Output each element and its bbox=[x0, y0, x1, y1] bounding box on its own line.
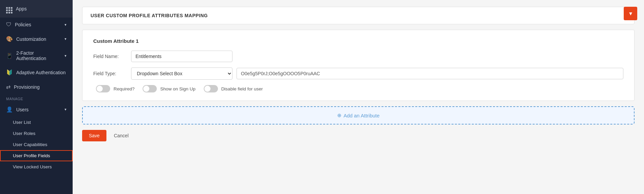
sidebar-sub-item-user-profile-fields[interactable]: User Profile Fields bbox=[0, 150, 73, 161]
sidebar-item-policies-label: Policies bbox=[15, 22, 31, 27]
field-type-select[interactable]: Dropdown Select Box Text Number Date Che… bbox=[131, 67, 232, 80]
field-type-row: Field Type: Dropdown Select Box Text Num… bbox=[93, 67, 623, 80]
chevron-down-icon: ▾ bbox=[629, 10, 632, 17]
field-name-row: Field Name: bbox=[93, 51, 623, 62]
sidebar-item-adaptive-auth[interactable]: 🔰 Adaptive Authentication bbox=[0, 65, 73, 80]
sidebar-sub-item-user-roles[interactable]: User Roles bbox=[0, 128, 73, 139]
card-title: Custom Attribute 1 bbox=[93, 38, 623, 44]
toggles-row: Required? Show on Sign Up Disable field … bbox=[93, 85, 623, 92]
phone-icon: 📱 bbox=[6, 53, 13, 59]
required-toggle-group: Required? bbox=[96, 85, 134, 92]
shield-check-icon: 🔰 bbox=[6, 69, 13, 76]
arrows-icon: ⇄ bbox=[6, 84, 10, 90]
required-toggle[interactable] bbox=[96, 85, 110, 92]
chevron-down-icon: ▾ bbox=[65, 37, 67, 41]
add-attribute-label: Add an Attribute bbox=[344, 113, 380, 118]
add-attribute-button[interactable]: ⊕ Add an Attribute bbox=[82, 106, 635, 124]
chevron-down-icon: ▾ bbox=[65, 54, 67, 58]
show-signup-label: Show on Sign Up bbox=[160, 86, 195, 91]
user-icon: 👤 bbox=[6, 106, 13, 113]
sidebar-item-provisioning[interactable]: ⇄ Provisioning bbox=[0, 80, 73, 94]
sidebar-sub-item-view-locked-users-label: View Locked Users bbox=[13, 164, 52, 169]
field-type-label: Field Type: bbox=[93, 71, 127, 76]
required-label: Required? bbox=[114, 86, 134, 91]
sidebar-item-customization[interactable]: 🎨 Customization ▾ bbox=[0, 32, 73, 46]
show-signup-toggle-group: Show on Sign Up bbox=[143, 85, 195, 92]
sidebar-sub-item-user-capabilities-label: User Capabilities bbox=[13, 142, 47, 147]
sidebar-item-2fa[interactable]: 📱 2-Factor Authentication ▾ bbox=[0, 46, 73, 65]
floating-dropdown-button[interactable]: ▾ bbox=[624, 7, 637, 20]
sidebar-sub-item-user-list-label: User List bbox=[13, 120, 31, 125]
add-attribute-plus-icon: ⊕ bbox=[337, 112, 342, 118]
brush-icon: 🎨 bbox=[6, 36, 13, 42]
action-row: Save Cancel bbox=[82, 130, 635, 141]
sidebar-item-users[interactable]: 👤 Users ▾ bbox=[0, 102, 73, 117]
manage-section-label: Manage bbox=[0, 94, 73, 102]
disable-field-toggle-group: Disable field for user bbox=[204, 85, 263, 92]
sidebar-sub-item-view-locked-users[interactable]: View Locked Users bbox=[0, 161, 73, 172]
sidebar-sub-item-user-list[interactable]: User List bbox=[0, 117, 73, 128]
sidebar-sub-item-user-roles-label: User Roles bbox=[13, 131, 35, 136]
grid-icon bbox=[6, 4, 13, 13]
save-button[interactable]: Save bbox=[82, 130, 106, 141]
main-content: USER CUSTOM PROFILE ATTRIBUTES MAPPING C… bbox=[73, 0, 644, 194]
disable-field-label: Disable field for user bbox=[221, 86, 263, 91]
disable-field-toggle[interactable] bbox=[204, 85, 218, 92]
chevron-down-icon: ▾ bbox=[65, 23, 67, 27]
chevron-down-icon: ▾ bbox=[65, 107, 67, 112]
sidebar-item-adaptive-auth-label: Adaptive Authentication bbox=[16, 70, 66, 75]
page-title: USER CUSTOM PROFILE ATTRIBUTES MAPPING bbox=[91, 13, 208, 18]
shield-icon: 🛡 bbox=[6, 22, 11, 28]
sidebar-item-customization-label: Customization bbox=[16, 36, 46, 42]
sidebar-sub-item-user-capabilities[interactable]: User Capabilities bbox=[0, 139, 73, 150]
sidebar-item-users-label: Users bbox=[16, 107, 29, 112]
field-type-extra-value: O0e5g5P0rJ;O0e5gOOOO5P0ruAAC bbox=[237, 68, 623, 79]
field-name-label: Field Name: bbox=[93, 54, 127, 59]
show-signup-toggle[interactable] bbox=[143, 85, 157, 92]
sidebar-item-apps[interactable]: Apps bbox=[0, 0, 73, 18]
sidebar-sub-item-user-profile-fields-label: User Profile Fields bbox=[13, 153, 50, 158]
sidebar: Apps 🛡 Policies ▾ 🎨 Customization ▾ 📱 2-… bbox=[0, 0, 73, 194]
page-header: USER CUSTOM PROFILE ATTRIBUTES MAPPING bbox=[82, 7, 635, 24]
field-name-input[interactable] bbox=[131, 51, 232, 62]
sidebar-item-apps-label: Apps bbox=[16, 6, 27, 11]
custom-attribute-card: Custom Attribute 1 Field Name: Field Typ… bbox=[82, 30, 635, 101]
content-area: USER CUSTOM PROFILE ATTRIBUTES MAPPING C… bbox=[73, 0, 644, 194]
sidebar-item-provisioning-label: Provisioning bbox=[14, 84, 40, 90]
sidebar-item-policies[interactable]: 🛡 Policies ▾ bbox=[0, 18, 73, 32]
cancel-button[interactable]: Cancel bbox=[110, 130, 133, 141]
sidebar-item-2fa-label: 2-Factor Authentication bbox=[16, 50, 61, 61]
